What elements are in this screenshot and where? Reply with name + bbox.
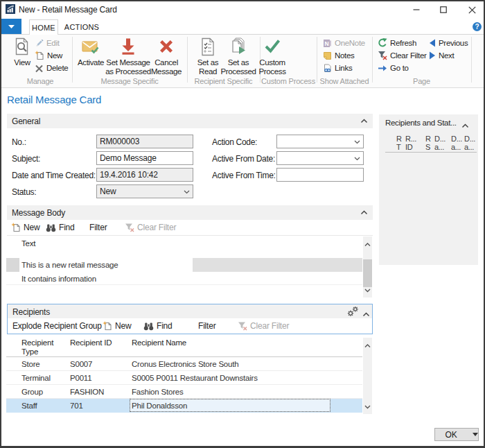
- onenote-icon: N: [323, 39, 332, 48]
- recipient-row[interactable]: Group FASHION Fashion Stores: [6, 385, 362, 399]
- message-body-filter-button[interactable]: Filter: [89, 222, 107, 233]
- line1-text: R: [425, 135, 431, 143]
- active-from-date-label: Active From Date:: [212, 154, 275, 164]
- active-from-date-field[interactable]: [276, 151, 364, 165]
- new-text: New: [47, 51, 62, 60]
- recipients-scrollbar[interactable]: [363, 338, 372, 414]
- recipient-row-selected[interactable]: Staff 701 Phil Donaldsson: [6, 399, 362, 413]
- clear-filter-text: Clear Filter: [137, 223, 176, 232]
- group-label-show-attached: Show Attached: [317, 77, 372, 86]
- edit-icon: [35, 39, 44, 48]
- settings-gears-icon[interactable]: [347, 306, 360, 319]
- factbox-column[interactable]: R...ID: [405, 135, 416, 151]
- new-button[interactable]: New: [35, 51, 62, 60]
- action-code-dropdown-icon[interactable]: [354, 140, 360, 144]
- factbox-column[interactable]: D...a...: [434, 135, 446, 151]
- date-time-created-field[interactable]: 19.4.2016 10:42: [96, 168, 193, 182]
- message-body-row-selected[interactable]: This is a new retail message: [6, 258, 362, 272]
- scroll-down-icon[interactable]: [364, 285, 371, 295]
- scroll-up-icon[interactable]: [364, 239, 371, 249]
- recipients-column-name[interactable]: Recipient Name: [132, 338, 186, 347]
- line2-text: a...: [451, 143, 461, 151]
- scrollbar-thumb[interactable]: [363, 259, 372, 287]
- refresh-button[interactable]: Refresh: [378, 38, 416, 48]
- message-body-cell[interactable]: This is a new retail message: [21, 261, 118, 269]
- name-text: S0005 P0011 Restaurant Downstairs: [132, 374, 258, 382]
- line2-text: ID: [405, 143, 412, 151]
- window-title: New - Retail Message Card: [19, 5, 117, 15]
- general-section-header[interactable]: General: [7, 114, 373, 128]
- recipients-column-type[interactable]: Recipient Type: [21, 338, 64, 356]
- recipients-column-id[interactable]: Recipient ID: [70, 338, 112, 347]
- factbox-column[interactable]: RS: [425, 135, 431, 151]
- minimize-button[interactable]: [406, 1, 427, 18]
- action-code-field[interactable]: [276, 135, 364, 148]
- custom-process-button[interactable]: Custom Process: [245, 37, 300, 76]
- help-button[interactable]: ?: [473, 22, 482, 31]
- message-body-find-button[interactable]: Find: [46, 222, 75, 233]
- status-field[interactable]: New: [96, 184, 193, 198]
- go-to-button[interactable]: Go to: [378, 63, 409, 73]
- subject-label: Subject:: [12, 154, 40, 164]
- focused-cell[interactable]: Phil Donaldsson: [130, 399, 330, 412]
- maximize-button[interactable]: [433, 1, 454, 18]
- explode-recipient-group-button[interactable]: Explode Recipient Group: [12, 320, 102, 331]
- scroll-up-icon[interactable]: [364, 341, 371, 350]
- recipient-row[interactable]: Terminal P0011 S0005 P0011 Restaurant Do…: [6, 371, 362, 385]
- page-title: Retail Message Card: [7, 94, 101, 105]
- tab-home[interactable]: HOME: [29, 19, 58, 35]
- factbox-title[interactable]: Recipients and Stat...: [385, 119, 457, 127]
- edit-button[interactable]: Edit: [35, 38, 60, 48]
- group-label-message-specific: Message Specific: [72, 77, 187, 86]
- line1-text: Custom: [245, 58, 300, 67]
- recipients-filter-button[interactable]: Filter: [198, 320, 215, 331]
- application-menu-button[interactable]: [1, 19, 21, 35]
- scroll-down-icon[interactable]: [364, 402, 371, 411]
- close-icon: [468, 6, 476, 14]
- recipients-section-header[interactable]: Recipients: [8, 304, 372, 318]
- tab-actions[interactable]: ACTIONS: [67, 19, 97, 34]
- go-to-text: Go to: [390, 64, 409, 72]
- message-body-cell[interactable]: It contains information: [21, 275, 96, 283]
- collapse-general-icon[interactable]: [360, 119, 368, 123]
- close-button[interactable]: [461, 1, 482, 18]
- clear-filter-icon: [378, 51, 387, 60]
- recipients-clear-filter-button[interactable]: Clear Filter: [238, 320, 289, 331]
- active-from-time-field[interactable]: [276, 168, 364, 182]
- message-body-scrollbar[interactable]: [363, 236, 372, 298]
- subject-field[interactable]: Demo Message: [96, 151, 193, 165]
- ok-button[interactable]: OK: [434, 428, 479, 441]
- links-button[interactable]: Links: [323, 63, 352, 73]
- message-body-new-button[interactable]: New: [11, 222, 39, 233]
- message-body-active-cell[interactable]: This is a new retail message: [19, 258, 193, 272]
- message-body-column-text[interactable]: Text: [21, 239, 35, 248]
- previous-button[interactable]: Previous: [429, 38, 468, 48]
- maximize-icon: [440, 6, 447, 13]
- collapse-message-body-icon[interactable]: [360, 210, 368, 215]
- collapse-factbox-icon[interactable]: [461, 121, 469, 130]
- line1-text: R: [396, 135, 402, 143]
- collapse-recipients-icon[interactable]: [362, 309, 370, 319]
- active-from-date-dropdown-icon[interactable]: [354, 157, 360, 161]
- recipients-new-button[interactable]: New: [103, 320, 131, 331]
- type-text: Group: [21, 388, 43, 396]
- message-body-row[interactable]: It contains information: [6, 272, 362, 285]
- no-field[interactable]: RM000003: [96, 135, 193, 148]
- message-body-section-header[interactable]: Message Body: [7, 205, 373, 220]
- onenote-button[interactable]: N OneNote: [323, 38, 365, 48]
- message-body-clear-filter-button[interactable]: Clear Filter: [125, 222, 176, 233]
- factbox-column[interactable]: RT: [396, 135, 402, 151]
- status-dropdown-icon[interactable]: [184, 190, 190, 194]
- factbox-column[interactable]: D...a...: [451, 135, 462, 151]
- recipients-section: Recipients: [7, 304, 373, 334]
- ok-dropdown-icon[interactable]: [473, 433, 478, 436]
- refresh-text: Refresh: [390, 39, 416, 47]
- next-button[interactable]: Next: [429, 51, 454, 60]
- clear-filter-button[interactable]: Clear Filter: [378, 51, 427, 60]
- links-icon: [323, 64, 332, 73]
- notes-button[interactable]: Notes: [323, 51, 355, 60]
- recipients-find-button[interactable]: Find: [143, 320, 173, 331]
- recipient-row[interactable]: Store S0007 Cronus Electronics Store Sou…: [6, 357, 362, 371]
- find-text: Find: [157, 321, 173, 331]
- factbox-column[interactable]: D...a...: [464, 135, 475, 151]
